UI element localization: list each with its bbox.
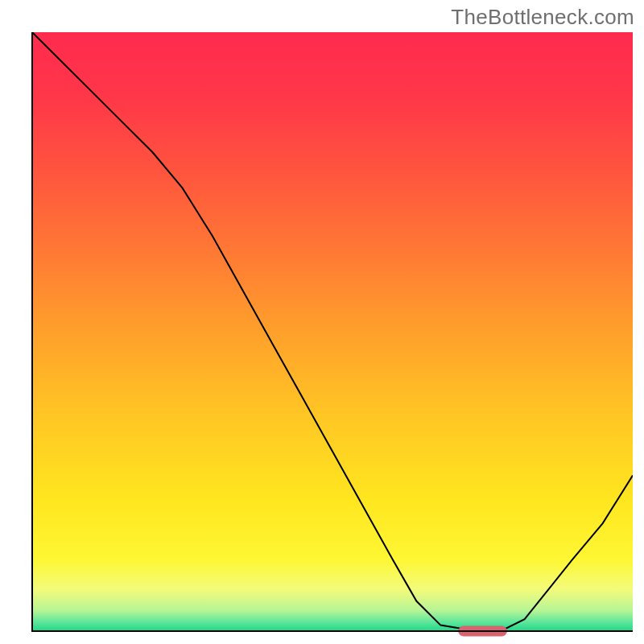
chart-svg	[0, 0, 644, 644]
chart-canvas: TheBottleneck.com	[0, 0, 644, 644]
